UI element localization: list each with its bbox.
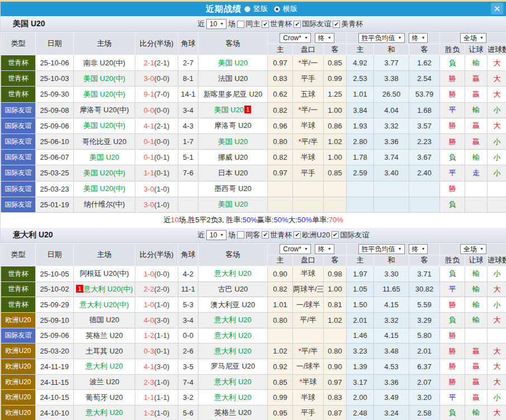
match-scope-select[interactable]: 全场▼ (460, 33, 486, 43)
home-team-name: 摩洛哥 U20(中) (79, 106, 129, 114)
avg-home-odds: 2.01 (347, 312, 374, 328)
corner-score: 3-5 (178, 359, 198, 375)
result-handicap: 贏 (465, 87, 488, 102)
home-team-name: 波兰 U20 (89, 378, 119, 386)
match-date: 25-03-25 (36, 165, 74, 181)
wdl-stage-select[interactable]: 终▼ (409, 244, 428, 254)
crow-away-odds: 0.80 (324, 343, 347, 359)
avg-draw-odds: 26.50 (374, 87, 409, 102)
odds-stage-select[interactable]: 终▼ (315, 244, 334, 254)
col-handicap: 盘口 (293, 255, 324, 266)
avg-home-odds: 3.17 (347, 374, 374, 390)
home-team-cell: 葡萄牙 U20 (74, 390, 135, 405)
match-date: 24-11-15 (36, 374, 74, 390)
crow-away-odds: 1.25 (324, 87, 347, 102)
away-team-name: 挪威 U20 (218, 153, 248, 161)
avg-draw-odds: 3.30 (374, 266, 409, 281)
col-result-wdl: 胜负 (440, 255, 465, 266)
close-icon[interactable]: ✕ (491, 3, 503, 15)
corner-score: 7-6 (178, 165, 198, 181)
result-handicap: 輸 (465, 405, 488, 420)
league-checkbox[interactable]: ✔美青杯 (333, 19, 363, 29)
match-row: 国际友谊25-03-23美国 U20(中)3-0(1-0)墨西哥 U20勝 (1, 181, 506, 197)
wdl-stage-select[interactable]: 终▼ (409, 33, 428, 43)
bookmaker-select[interactable]: Crow*▼ (280, 244, 311, 254)
result-handicap: 輸 (465, 297, 488, 313)
radio-vertical-layout[interactable] (244, 6, 250, 12)
col-avg-home: 主 (347, 44, 374, 55)
window-title: 近期战绩 (206, 4, 242, 15)
match-date: 24-10-15 (36, 390, 74, 405)
corner-score: 4-2 (178, 266, 198, 281)
crow-home-odds: 0.90 (268, 266, 293, 281)
radio-horizontal-layout[interactable] (274, 6, 280, 12)
result-wdl: 勝 (440, 181, 465, 197)
match-count-select[interactable]: 10▼ (206, 230, 226, 240)
handicap-value: 两球半/三 (293, 285, 324, 293)
avg-draw-odds: 3.48 (374, 343, 409, 359)
home-team-name: 土耳其 U20 (86, 347, 122, 355)
corner-score (178, 181, 198, 197)
avg-home-odds (347, 197, 374, 212)
same-venue-checkbox[interactable]: 同主 (237, 19, 260, 29)
competition-badge: 国际友谊 (1, 165, 36, 181)
crow-home-odds (268, 328, 293, 343)
league-checkbox[interactable]: ✔国际友谊 (294, 19, 331, 29)
match-date: 25-03-20 (36, 343, 74, 359)
competition-badge: 国际友谊 (1, 197, 36, 212)
league-checkbox-label: 世青杯 (270, 19, 292, 29)
result-wdl: 平 (440, 102, 465, 118)
result-goals: 大 (488, 281, 506, 297)
away-team-cell: 美国 U20 (198, 55, 268, 71)
result-handicap: 贏 (465, 359, 488, 375)
matches-table: 类型 日期 主场 比分(半场) 角球 客场 Crow*▼ 终▼ 胜平负均值▼ 终… (1, 243, 506, 420)
same-venue-checkbox[interactable]: 同客 (237, 230, 260, 240)
league-checkbox[interactable]: ✔世青杯 (262, 19, 292, 29)
home-team-name: 意大利 U20(中) (84, 285, 133, 293)
crow-home-odds: 0.85 (268, 374, 293, 390)
away-team-cell: 美国 U20 (198, 133, 268, 149)
competition-badge: 国际友谊 (1, 328, 36, 343)
handicap-cell: 一/球半 (293, 359, 324, 375)
bookmaker-select[interactable]: Crow*▼ (280, 33, 311, 43)
radio-vertical-label[interactable]: 竖版 (253, 4, 268, 14)
handicap-cell: 半球 (293, 150, 324, 165)
home-team-name: 意大利 U20(中) (79, 300, 129, 309)
crow-home-odds (268, 197, 293, 212)
filter-bar: 近10▼场同客✔世青杯✔欧洲U20✔国际友谊 (197, 228, 369, 242)
corner-score: 4-3 (178, 118, 198, 133)
home-team-cell: 阿根廷 U20(中) (74, 266, 135, 281)
match-count-select[interactable]: 10▼ (206, 19, 226, 29)
col-result-wdl: 胜负 (440, 44, 465, 55)
score-cell: 0-3(0-1) (135, 343, 178, 359)
league-checkbox[interactable]: ✔国际友谊 (332, 230, 369, 240)
fulltime-score: 2-3 (144, 378, 154, 386)
match-date: 25-10-05 (36, 266, 74, 281)
col-type: 类型 (1, 243, 36, 266)
games-label: 场 (228, 230, 235, 240)
result-handicap: 輸 (465, 150, 488, 165)
odds-stage-select[interactable]: 终▼ (315, 33, 334, 43)
crow-away-odds: 0.81 (324, 297, 347, 313)
competition-badge: 世青杯 (1, 87, 36, 102)
result-goals: 小 (488, 165, 506, 181)
league-checkbox[interactable]: ✔世青杯 (262, 230, 292, 240)
home-team-cell: 哥伦比亚 U20 (74, 133, 135, 149)
col-result-goals: 进球数 (488, 255, 506, 266)
match-row: 国际友谊25-03-25美国 U20(中)1-1(0-1)7-6日本 U200.… (1, 165, 506, 181)
fulltime-score: 2-1 (144, 59, 154, 67)
radio-horizontal-label[interactable]: 横版 (283, 4, 297, 14)
result-handicap (465, 181, 488, 197)
match-scope-select[interactable]: 全场▼ (460, 244, 486, 254)
crow-home-odds: 0.82 (268, 102, 293, 118)
wdl-average-select[interactable]: 胜平负均值▼ (358, 33, 405, 43)
league-checkbox[interactable]: ✔欧洲U20 (294, 230, 330, 240)
match-row: 国际友谊25-06-10哥伦比亚 U200-1(0-0)1-7美国 U200.8… (1, 133, 506, 149)
home-team-name: 葡萄牙 U20 (86, 393, 122, 402)
crow-home-odds: 0.83 (268, 71, 293, 87)
handicap-value: 平手 (301, 74, 315, 83)
handicap-value: 五球 (301, 90, 315, 98)
wdl-average-select[interactable]: 胜平负均值▼ (358, 244, 405, 254)
home-team-cell: 美国 U20(中) (74, 181, 135, 197)
match-row: 世青杯25-09-29意大利 U20(中)1-0(1-0)5-3澳大利亚 U20… (1, 297, 506, 313)
